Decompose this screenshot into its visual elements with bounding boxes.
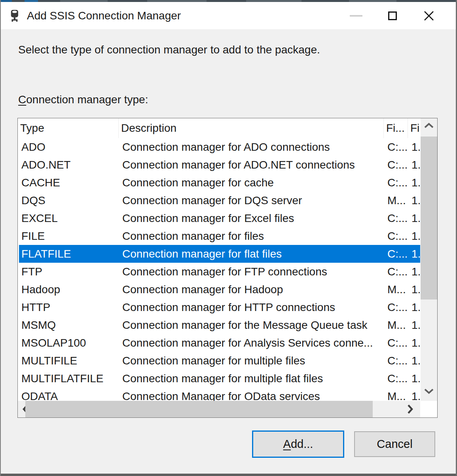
row-type: FILE	[19, 230, 120, 243]
table-row[interactable]: FILE Connection manager for files C:... …	[19, 227, 420, 245]
chevron-right-icon	[408, 404, 413, 414]
list-rows: ADO Connection manager for ADO connectio…	[18, 138, 420, 401]
row-description: Connection manager for HTTP connections	[120, 301, 385, 314]
table-row[interactable]: FLATFILE Connection manager for flat fil…	[19, 245, 420, 263]
row-file: M...	[385, 283, 409, 296]
table-row[interactable]: CACHE Connection manager for cache C:...…	[19, 174, 420, 192]
row-type: CACHE	[19, 176, 120, 189]
row-version: 1.	[409, 390, 420, 401]
maximize-icon	[388, 11, 397, 20]
row-description: Connection manager for multiple flat fil…	[120, 372, 385, 385]
table-row[interactable]: FTP Connection manager for FTP connectio…	[19, 263, 420, 281]
row-version: 1.	[409, 372, 420, 385]
column-header-description[interactable]: Description	[119, 118, 384, 138]
table-row[interactable]: MSOLAP100 Connection manager for Analysi…	[19, 334, 420, 352]
row-file: C:...	[385, 265, 409, 278]
caption-buttons	[338, 2, 447, 29]
row-description: Connection Manager for OData services	[120, 390, 385, 401]
row-description: Connection manager for Excel files	[120, 212, 385, 225]
minimize-icon	[350, 15, 362, 17]
connection-manager-type-label: Connection manager type:	[18, 93, 148, 106]
table-row[interactable]: Hadoop Connection manager for Hadoop M..…	[19, 281, 420, 298]
row-description: Connection manager for multiple files	[120, 355, 385, 367]
row-description: Connection manager for ADO connections	[120, 141, 385, 154]
row-description: Connection manager for Analysis Services…	[120, 337, 385, 349]
row-description: Connection manager for cache	[120, 176, 385, 189]
instruction-text: Select the type of connection manager to…	[18, 44, 320, 56]
row-file: M...	[385, 390, 409, 401]
vertical-scroll-thumb[interactable]	[421, 137, 437, 300]
row-file: C:...	[385, 372, 409, 385]
row-type: MULTIFLATFILE	[19, 372, 120, 385]
row-file: C:...	[385, 159, 409, 171]
column-header-type[interactable]: Type	[18, 118, 119, 138]
table-row[interactable]: ADO Connection manager for ADO connectio…	[19, 138, 420, 156]
row-file: C:...	[385, 337, 409, 349]
table-row[interactable]: MULTIFLATFILE Connection manager for mul…	[19, 370, 420, 387]
row-description: Connection manager for flat files	[120, 248, 385, 260]
chevron-up-icon	[424, 123, 434, 128]
row-description: Connection manager for DQS server	[120, 194, 385, 207]
row-version: 1.	[409, 176, 420, 189]
row-file: M...	[385, 194, 409, 207]
row-type: MSMQ	[19, 319, 120, 332]
add-button[interactable]: Add...	[252, 430, 344, 458]
row-file: M...	[385, 319, 409, 332]
row-version: 1.	[409, 319, 420, 332]
row-type: MULTIFILE	[19, 355, 120, 367]
close-icon	[424, 11, 434, 21]
row-type: EXCEL	[19, 212, 120, 225]
row-file: C:...	[385, 301, 409, 314]
column-header-file1[interactable]: Fi...	[384, 118, 408, 138]
row-file: C:...	[385, 212, 409, 225]
row-version: 1.	[409, 248, 420, 260]
close-button[interactable]	[411, 2, 447, 29]
row-file: C:...	[385, 355, 409, 367]
window-bottom-border	[1, 474, 456, 476]
row-type: FTP	[19, 265, 120, 278]
row-type: MSOLAP100	[19, 337, 120, 349]
row-version: 1.	[409, 301, 420, 314]
table-row[interactable]: ODATA Connection Manager for OData servi…	[19, 387, 420, 401]
cancel-button[interactable]: Cancel	[354, 431, 435, 457]
row-version: 1.	[409, 194, 420, 207]
table-row[interactable]: DQS Connection manager for DQS server M.…	[19, 192, 420, 209]
row-type: ODATA	[19, 390, 120, 401]
row-type: ADO	[19, 141, 120, 154]
column-header-file2[interactable]: Fi.	[408, 118, 420, 138]
scroll-up-button[interactable]	[421, 118, 437, 133]
table-row[interactable]: MSMQ Connection manager for the Message …	[19, 316, 420, 334]
row-version: 1.	[409, 355, 420, 367]
connection-manager-icon	[9, 9, 21, 22]
table-row[interactable]: HTTP Connection manager for HTTP connect…	[19, 298, 420, 316]
scroll-down-button[interactable]	[421, 384, 437, 398]
row-type: HTTP	[19, 301, 120, 314]
window-title: Add SSIS Connection Manager	[27, 9, 181, 22]
row-description: Connection manager for FTP connections	[120, 265, 385, 278]
add-ssis-connection-manager-dialog: Add SSIS Connection Manager Select the t…	[0, 0, 457, 476]
row-description: Connection manager for the Message Queue…	[120, 319, 385, 332]
row-description: Connection manager for Hadoop	[120, 283, 385, 296]
row-type: FLATFILE	[19, 248, 120, 260]
row-file: C:...	[385, 248, 409, 260]
row-description: Connection manager for files	[120, 230, 385, 243]
table-row[interactable]: MULTIFILE Connection manager for multipl…	[19, 352, 420, 370]
table-row[interactable]: ADO.NET Connection manager for ADO.NET c…	[19, 156, 420, 174]
horizontal-scrollbar[interactable]	[18, 401, 420, 417]
row-type: DQS	[19, 194, 120, 207]
chevron-down-icon	[424, 389, 434, 394]
connection-type-list: Type Description Fi... Fi. ADO Connectio…	[17, 118, 438, 418]
row-file: C:...	[385, 230, 409, 243]
vertical-scrollbar[interactable]	[421, 118, 437, 401]
title-bar[interactable]: Add SSIS Connection Manager	[1, 2, 456, 29]
list-header: Type Description Fi... Fi.	[18, 118, 420, 138]
horizontal-scroll-thumb[interactable]	[25, 401, 373, 417]
row-version: 1.	[409, 283, 420, 296]
row-version: 1.	[409, 212, 420, 225]
maximize-button[interactable]	[374, 2, 411, 29]
minimize-button[interactable]	[338, 2, 374, 29]
scroll-right-button[interactable]	[404, 401, 417, 417]
table-row[interactable]: EXCEL Connection manager for Excel files…	[19, 209, 420, 227]
row-version: 1.	[409, 230, 420, 243]
row-version: 1.	[409, 159, 420, 171]
